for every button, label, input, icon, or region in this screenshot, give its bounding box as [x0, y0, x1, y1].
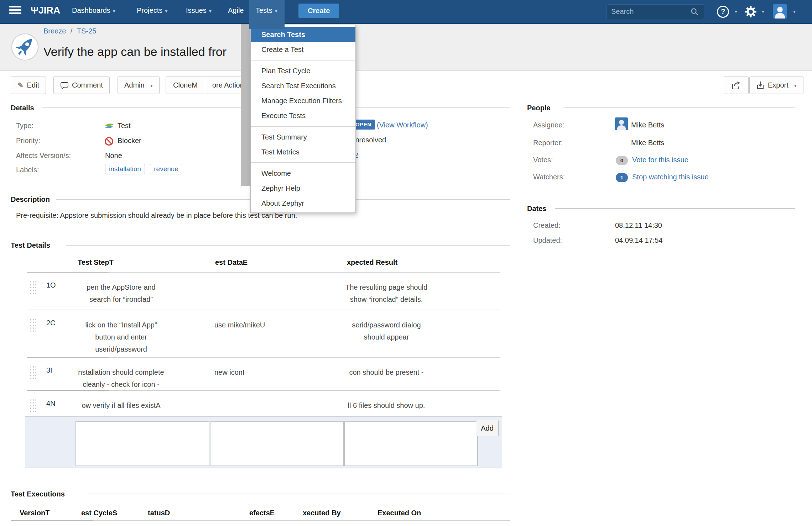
- divider: [555, 208, 795, 209]
- tests-dropdown-menu: Search Tests Create a Test Plan Test Cyc…: [250, 25, 356, 213]
- menu-item-create-a-test[interactable]: Create a Test: [251, 42, 355, 57]
- labels-label: Labels:: [16, 166, 39, 174]
- menu-item-zephyr-help[interactable]: Zephyr Help: [251, 181, 355, 196]
- gear-icon[interactable]: [744, 5, 757, 18]
- jira-logo[interactable]: ΨJIRA: [31, 5, 60, 16]
- menu-item-search-test-executions[interactable]: Search Test Executions: [251, 78, 355, 93]
- updated-value: 04.09.14 17:54: [615, 236, 662, 244]
- chevron-down-icon: ▾: [113, 8, 115, 14]
- user-avatar[interactable]: [773, 4, 787, 19]
- priority-value: Blocker: [118, 137, 141, 145]
- new-expected-input[interactable]: [344, 421, 478, 466]
- export-icon: [756, 81, 765, 90]
- col-executed-by: xecuted By: [303, 509, 341, 517]
- breadcrumb-project-link[interactable]: Breeze: [43, 27, 66, 35]
- expected-cell: con should be present -: [322, 366, 451, 378]
- assignee-avatar[interactable]: [615, 117, 628, 130]
- assignee-label: Assignee:: [533, 121, 564, 129]
- menu-separator: [251, 60, 355, 61]
- menu-item-test-summary[interactable]: Test Summary: [251, 130, 355, 144]
- menu-item-manage-execution-filters[interactable]: Manage Execution Filters: [251, 93, 355, 108]
- project-avatar: [11, 33, 38, 61]
- step-number: 2C: [46, 319, 56, 327]
- search-input[interactable]: [610, 5, 688, 17]
- nav-projects[interactable]: Projects▾: [137, 6, 167, 15]
- search-icon: [691, 8, 699, 16]
- votes-count-badge: 0: [616, 156, 628, 165]
- col-test-step: Test StepT: [78, 258, 114, 267]
- drag-handle[interactable]: [30, 399, 36, 413]
- breadcrumb-separator: /: [71, 27, 73, 35]
- col-version: VersionT: [20, 509, 50, 517]
- col-test-cycle: est CycleS: [81, 509, 117, 517]
- col-expected-result: xpected Result: [347, 258, 397, 267]
- nav-tests[interactable]: Tests▾: [249, 0, 285, 29]
- col-defects: efectsE: [249, 509, 275, 517]
- new-data-input[interactable]: [210, 421, 344, 466]
- nav-agile[interactable]: Agile: [228, 6, 244, 15]
- divider: [563, 107, 795, 108]
- comment-bubble-icon: [60, 81, 69, 90]
- menu-item-about-zephyr[interactable]: About Zephyr: [251, 196, 355, 211]
- hamburger-menu-icon[interactable]: [9, 4, 21, 16]
- edit-button[interactable]: ✎ Edit: [11, 77, 46, 94]
- label-chip-installation[interactable]: installation: [105, 164, 145, 174]
- view-workflow-link[interactable]: (View Workflow): [377, 121, 428, 129]
- help-icon[interactable]: ?: [717, 6, 729, 18]
- add-step-button[interactable]: Add: [476, 420, 499, 436]
- divider: [66, 245, 510, 246]
- step-cell: nstallation should complete cleanly - ch…: [57, 366, 185, 390]
- nav-issues[interactable]: Issues▾: [186, 6, 212, 15]
- admin-button[interactable]: Admin ▾: [118, 77, 160, 94]
- nav-dashboards[interactable]: Dashboards▾: [72, 6, 115, 15]
- col-status: tatusD: [148, 509, 170, 517]
- drag-handle[interactable]: [30, 365, 36, 380]
- create-button[interactable]: Create: [298, 4, 339, 18]
- comment-button[interactable]: Comment: [53, 77, 110, 94]
- share-icon: [731, 81, 741, 90]
- issue-header: Breeze / TS-25 Verify the app can be ins…: [0, 23, 812, 71]
- menu-separator: [251, 126, 355, 127]
- share-button[interactable]: [724, 77, 749, 94]
- add-step-row: Add: [25, 416, 502, 468]
- row-divider: [27, 357, 500, 358]
- test-executions-heading: Test Executions: [11, 490, 65, 498]
- step-cell: ow verify if all files existA: [57, 399, 185, 411]
- people-heading: People: [527, 104, 551, 112]
- person-icon: [773, 4, 787, 19]
- new-step-input[interactable]: [76, 421, 209, 466]
- created-label: Created:: [533, 221, 561, 230]
- vote-link[interactable]: Vote for this issue: [632, 156, 688, 164]
- assignee-value: Mike Betts: [631, 121, 664, 129]
- jira-issue-page: ΨJIRA Dashboards▾ Projects▾ Issues▾ Agil…: [0, 0, 812, 526]
- step-number: 4N: [46, 399, 56, 407]
- expected-cell: The resulting page should show “ironclad…: [322, 281, 451, 305]
- menu-item-execute-tests[interactable]: Execute Tests: [251, 108, 355, 123]
- drag-handle[interactable]: [30, 280, 36, 295]
- stop-watching-link[interactable]: Stop watching this issue: [632, 173, 709, 181]
- votes-label: Votes:: [533, 156, 553, 164]
- breadcrumb-issue-link[interactable]: TS-25: [77, 27, 96, 35]
- export-button[interactable]: Export ▾: [749, 77, 803, 94]
- clone-button[interactable]: CloneM: [166, 77, 205, 94]
- updated-label: Updated:: [533, 236, 562, 244]
- row-divider: [27, 390, 500, 391]
- chevron-down-icon: ▾: [794, 83, 797, 88]
- step-number: 3I: [46, 366, 52, 374]
- test-type-icon: [104, 122, 114, 131]
- affects-version-value: None: [105, 152, 122, 160]
- menu-item-search-tests[interactable]: Search Tests: [251, 27, 355, 42]
- drag-handle[interactable]: [30, 318, 36, 332]
- chevron-down-icon: ▾: [150, 83, 153, 88]
- details-heading: Details: [11, 104, 34, 112]
- expected-cell: serid/password dialog should appear: [322, 319, 451, 343]
- affects-version-label: Affects Version/s:: [16, 152, 71, 160]
- menu-item-welcome[interactable]: Welcome: [251, 166, 355, 181]
- menu-item-plan-test-cycle[interactable]: Plan Test Cycle: [251, 63, 355, 78]
- menu-item-test-metrics[interactable]: Test Metrics: [251, 144, 355, 159]
- person-icon: [615, 117, 628, 130]
- label-chip-revenue[interactable]: revenue: [150, 164, 182, 174]
- chevron-down-icon: ▾: [762, 9, 764, 14]
- dates-heading: Dates: [527, 205, 546, 213]
- row-divider: [11, 520, 510, 521]
